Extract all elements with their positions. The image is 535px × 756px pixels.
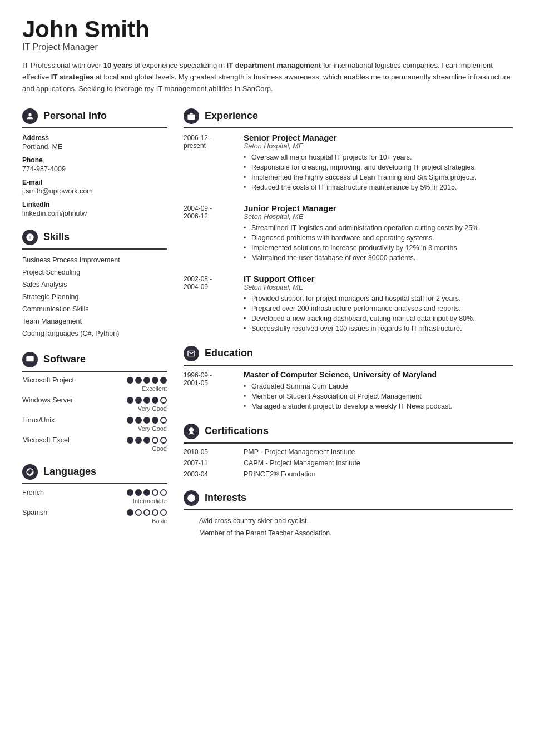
- software-dots: [127, 417, 167, 424]
- dot-empty: [143, 509, 150, 516]
- exp-job-title: Junior Project Manager: [244, 203, 513, 213]
- exp-company: Seton Hospital, ME: [244, 213, 513, 221]
- software-dots: [127, 377, 167, 384]
- cert-date: 2003-04: [184, 470, 234, 478]
- dot-filled: [135, 377, 142, 384]
- interests-icon: [184, 490, 199, 506]
- dot-empty: [152, 437, 158, 444]
- cert-date: 2007-11: [184, 459, 234, 467]
- edu-degree: Master of Computer Science, University o…: [244, 370, 513, 379]
- skill-item: Sales Analysis: [22, 278, 167, 291]
- software-dots: [127, 397, 167, 404]
- education-icon: [184, 346, 199, 361]
- svg-rect-2: [187, 114, 195, 119]
- software-level: Very Good: [22, 405, 167, 412]
- dot-filled: [152, 377, 158, 384]
- skill-item: Project Scheduling: [22, 266, 167, 278]
- dot-empty: [160, 509, 167, 516]
- lang-name: Spanish: [22, 509, 61, 516]
- exp-bullet: Maintained the user database of over 300…: [244, 253, 513, 263]
- linkedin-label: LinkedIn: [22, 201, 167, 208]
- software-name: Windows Server: [22, 396, 78, 404]
- language-entry: French Intermediate: [22, 489, 167, 504]
- dot-filled: [135, 489, 142, 496]
- edu-content: Master of Computer Science, University o…: [244, 370, 513, 411]
- lang-dots: [127, 509, 167, 516]
- exp-job-title: IT Support Officer: [244, 274, 513, 284]
- dot-empty: [160, 489, 167, 496]
- exp-date: 2002-08 -2004-09: [184, 274, 234, 334]
- interest-item: Member of the Parent Teacher Association…: [191, 527, 513, 539]
- exp-bullet: Implemented the highly successful Lean T…: [244, 172, 513, 182]
- exp-bullet: Reduced the costs of IT infrastructure m…: [244, 182, 513, 192]
- dot-filled: [127, 377, 133, 384]
- phone-value: 774-987-4009: [22, 165, 167, 173]
- skills-icon: [22, 230, 38, 245]
- exp-content: IT Support Officer Seton Hospital, ME Pr…: [244, 274, 513, 334]
- education-title: Education: [205, 347, 253, 359]
- software-level: Very Good: [22, 425, 167, 432]
- svg-rect-1: [26, 356, 33, 361]
- main-layout: Personal Info Address Portland, ME Phone…: [22, 108, 513, 551]
- software-icon: [22, 352, 38, 367]
- software-header: Software: [22, 352, 167, 372]
- cert-name: PRINCE2® Foundation: [244, 470, 315, 478]
- software-entry: Microsoft Project Excellent: [22, 376, 167, 392]
- cert-name: CAPM - Project Management Institute: [244, 459, 360, 467]
- certifications-section: Certifications 2010-05 PMP - Project Man…: [184, 424, 513, 478]
- dot-empty: [160, 437, 167, 444]
- edu-bullet: Graduated Summa Cum Laude.: [244, 381, 513, 391]
- right-column: Experience 2006-12 -present Senior Proje…: [184, 108, 513, 551]
- edu-bullet: Managed a student project to develop a w…: [244, 401, 513, 411]
- linkedin-block: LinkedIn linkedin.com/johnutw: [22, 201, 167, 217]
- name: John Smith: [22, 17, 513, 42]
- email-label: E-mail: [22, 178, 167, 186]
- dot-filled: [143, 489, 150, 496]
- skill-item: Communication Skills: [22, 303, 167, 315]
- personal-info-header: Personal Info: [22, 108, 167, 128]
- dot-filled: [135, 437, 142, 444]
- cert-name: PMP - Project Management Institute: [244, 448, 355, 456]
- exp-bullet: Developed a new tracking dashboard, cutt…: [244, 314, 513, 324]
- software-section: Software Microsoft Project Excellent: [22, 352, 167, 452]
- experience-icon: [184, 108, 199, 124]
- software-entry: Windows Server Very Good: [22, 396, 167, 412]
- software-name: Microsoft Project: [22, 376, 78, 384]
- personal-info-section: Personal Info Address Portland, ME Phone…: [22, 108, 167, 217]
- languages-header: Languages: [22, 464, 167, 484]
- edu-bullet: Member of Student Association of Project…: [244, 391, 513, 401]
- lang-name: French: [22, 489, 61, 496]
- lang-level: Basic: [22, 518, 167, 524]
- lang-level: Intermediate: [22, 498, 167, 504]
- exp-content: Senior Project Manager Seton Hospital, M…: [244, 133, 513, 192]
- software-level: Good: [22, 445, 167, 452]
- languages-section: Languages French Intermediate: [22, 464, 167, 524]
- dot-filled: [127, 397, 133, 404]
- exp-job-title: Senior Project Manager: [244, 133, 513, 142]
- job-title: IT Project Manager: [22, 42, 513, 52]
- exp-entry: 2006-12 -present Senior Project Manager …: [184, 133, 513, 192]
- software-entry: Microsoft Excel Good: [22, 436, 167, 452]
- phone-label: Phone: [22, 156, 167, 164]
- skill-item: Team Management: [22, 315, 167, 327]
- address-value: Portland, ME: [22, 143, 167, 151]
- education-header: Education: [184, 346, 513, 366]
- skill-item: Coding languages (C#, Python): [22, 327, 167, 340]
- dot-empty: [152, 509, 158, 516]
- person-icon: [22, 108, 38, 124]
- svg-point-0: [28, 113, 31, 116]
- left-column: Personal Info Address Portland, ME Phone…: [22, 108, 167, 551]
- dot-filled: [143, 437, 150, 444]
- experience-header: Experience: [184, 108, 513, 128]
- dot-filled: [127, 509, 133, 516]
- skill-item: Business Process Improvement: [22, 254, 167, 266]
- certifications-title: Certifications: [205, 425, 269, 437]
- dot-empty: [152, 489, 158, 496]
- dot-empty: [135, 509, 142, 516]
- education-section: Education 1996-09 -2001-05 Master of Com…: [184, 346, 513, 411]
- languages-title: Languages: [43, 466, 96, 478]
- software-level: Excellent: [22, 385, 167, 392]
- exp-entry: 2004-09 -2006-12 Junior Project Manager …: [184, 203, 513, 263]
- certifications-icon: [184, 424, 199, 439]
- edu-date: 1996-09 -2001-05: [184, 370, 234, 411]
